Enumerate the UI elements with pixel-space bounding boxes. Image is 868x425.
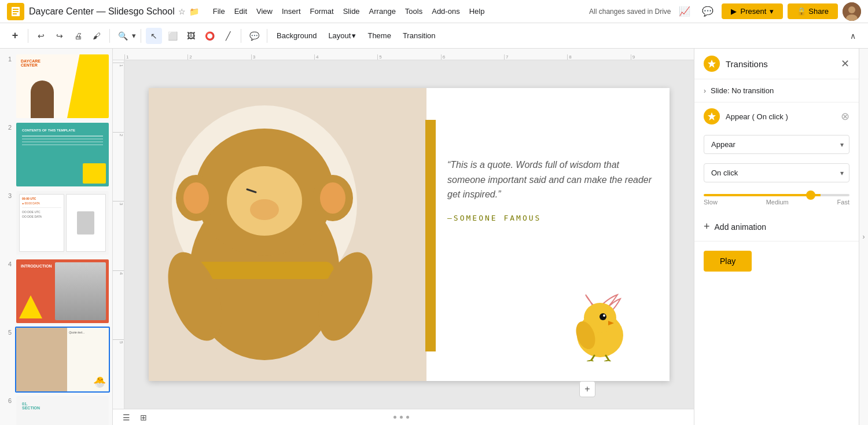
share-label: Share bbox=[808, 7, 829, 16]
slide-item-5[interactable]: 5 Quote text... 🐣 bbox=[2, 327, 110, 393]
svg-line-31 bbox=[605, 360, 609, 361]
menu-help[interactable]: Help bbox=[465, 5, 490, 18]
lock-icon: 🔒 bbox=[797, 7, 806, 16]
menu-arrange[interactable]: Arrange bbox=[365, 5, 400, 18]
menu-insert[interactable]: Insert bbox=[277, 5, 306, 18]
slide-thumb-4[interactable]: INTRODUCTION bbox=[15, 258, 110, 324]
slide-canvas[interactable]: “This is a quote. Words full of wisdom t… bbox=[124, 60, 694, 409]
slide-thumb-6[interactable]: 01.SECTION 👶 bbox=[15, 395, 110, 425]
ruler-horizontal: 1 2 3 4 5 6 7 8 9 bbox=[113, 49, 694, 60]
transitions-panel: Transitions ✕ › Slide: No transition App… bbox=[694, 49, 859, 425]
image-tool[interactable]: 🖼 bbox=[183, 28, 199, 44]
slide-transition-label: Slide: No transition bbox=[711, 86, 774, 95]
sep2 bbox=[109, 29, 110, 43]
slide-transition-row[interactable]: › Slide: No transition bbox=[704, 86, 849, 95]
speed-slider-row bbox=[704, 194, 849, 196]
slide-item-6[interactable]: 6 01.SECTION 👶 bbox=[2, 395, 110, 425]
collapse-toolbar-btn[interactable]: ∧ bbox=[845, 28, 861, 44]
chat-icon[interactable]: 💬 bbox=[698, 2, 717, 21]
menu-file[interactable]: File bbox=[208, 5, 230, 18]
slide-preview-6: 01.SECTION 👶 bbox=[16, 396, 109, 425]
transition-label[interactable]: Transition bbox=[398, 29, 440, 42]
remove-animation-button[interactable]: ⊗ bbox=[841, 110, 849, 123]
slide-num-6: 6 bbox=[2, 397, 12, 404]
slide-content: “This is a quote. Words full of wisdom t… bbox=[149, 88, 670, 381]
toolbar: + ↩ ↪ 🖨 🖌 🔍 ▾ ↖ ⬜ 🖼 ⭕ ╱ 💬 Background Lay… bbox=[0, 23, 868, 49]
folder-icon[interactable]: 📁 bbox=[189, 7, 199, 16]
quote-block: “This is a quote. Words full of wisdom t… bbox=[447, 157, 652, 222]
background-label[interactable]: Background bbox=[272, 29, 321, 42]
slide-num-3: 3 bbox=[2, 192, 12, 199]
quote-author: —SOMEONE FAMOUS bbox=[447, 214, 652, 222]
star-icon[interactable]: ☆ bbox=[178, 7, 186, 16]
undo-button[interactable]: ↩ bbox=[33, 28, 49, 44]
present-icon: ▶ bbox=[731, 7, 737, 16]
add-animation-label: Add animation bbox=[715, 222, 767, 232]
menu-view[interactable]: View bbox=[252, 5, 277, 18]
panel-icon bbox=[704, 56, 720, 72]
slide-item-4[interactable]: 4 INTRODUCTION bbox=[2, 258, 110, 324]
panel-title: Transitions bbox=[726, 59, 841, 69]
top-right: All changes saved in Drive 📈 💬 ▶ Present… bbox=[589, 2, 861, 21]
slide-item-3[interactable]: 3 00:00 UTC ● 00:00 DATA OO DOE UTC OO D… bbox=[2, 190, 110, 256]
on-click-select[interactable]: On click bbox=[704, 163, 849, 182]
animation-labels: Appear ( On click ) bbox=[726, 112, 835, 121]
canvas-bottom-bar: ☰ ⊞ bbox=[113, 409, 694, 425]
add-button[interactable]: + bbox=[7, 28, 23, 44]
present-button[interactable]: ▶ Present ▾ bbox=[722, 3, 783, 19]
appear-select[interactable]: Appear bbox=[704, 135, 849, 154]
sep1 bbox=[28, 29, 28, 43]
slide-item-1[interactable]: 1 DAYCARECENTER bbox=[2, 53, 110, 119]
select-tool[interactable]: ↖ bbox=[146, 28, 162, 44]
slide-item-2[interactable]: 2 CONTENTS OF THIS TEMPLATE bbox=[2, 122, 110, 188]
svg-point-6 bbox=[848, 6, 855, 13]
grid-view-icon[interactable]: ⊞ bbox=[137, 411, 150, 424]
speed-section: Slow Medium Fast bbox=[694, 187, 859, 212]
appear-dropdown-wrapper: Appear bbox=[704, 135, 849, 154]
paint-format-button[interactable]: 🖌 bbox=[89, 28, 105, 44]
slide-preview-2: CONTENTS OF THIS TEMPLATE bbox=[16, 123, 109, 186]
appear-dropdown-row: Appear bbox=[694, 130, 859, 159]
menu-addons[interactable]: Add-ons bbox=[427, 5, 464, 18]
speed-slider[interactable] bbox=[704, 194, 849, 196]
present-dropdown-icon: ▾ bbox=[770, 7, 774, 16]
theme-label[interactable]: Theme bbox=[363, 29, 395, 42]
shape-tool[interactable]: ⭕ bbox=[201, 28, 218, 44]
menu-edit[interactable]: Edit bbox=[230, 5, 252, 18]
share-button[interactable]: 🔒 Share bbox=[788, 3, 838, 19]
slide-thumb-1[interactable]: DAYCARECENTER bbox=[15, 53, 110, 119]
present-label: Present bbox=[740, 7, 766, 16]
expand-chevron-icon: › bbox=[704, 87, 706, 95]
frame-tool[interactable]: ⬜ bbox=[164, 28, 181, 44]
line-tool[interactable]: ╱ bbox=[220, 28, 236, 44]
list-view-icon[interactable]: ☰ bbox=[120, 411, 133, 424]
play-button[interactable]: Play bbox=[704, 251, 752, 272]
activity-icon[interactable]: 📈 bbox=[675, 2, 694, 21]
zoom-button[interactable]: 🔍 bbox=[115, 28, 131, 44]
panel-close-button[interactable]: ✕ bbox=[841, 57, 849, 70]
slide-thumb-3[interactable]: 00:00 UTC ● 00:00 DATA OO DOE UTC OO DOE… bbox=[15, 190, 110, 256]
slide-thumb-5[interactable]: Quote text... 🐣 bbox=[15, 327, 110, 393]
right-expand-handle[interactable]: › bbox=[859, 49, 868, 425]
slide-panel: 1 DAYCARECENTER 2 CONTENTS OF THIS TEMPL… bbox=[0, 49, 113, 425]
slide-num-1: 1 bbox=[2, 56, 12, 63]
sep4 bbox=[241, 29, 241, 43]
zoom-control[interactable]: 🔍 ▾ bbox=[115, 28, 136, 44]
layout-label[interactable]: Layout ▾ bbox=[323, 29, 361, 42]
main-area: 1 DAYCARECENTER 2 CONTENTS OF THIS TEMPL… bbox=[0, 49, 868, 425]
slide-thumb-2[interactable]: CONTENTS OF THIS TEMPLATE bbox=[15, 122, 110, 188]
animation-item: Appear ( On click ) ⊗ bbox=[694, 102, 859, 130]
add-slide-button[interactable]: + bbox=[579, 381, 595, 397]
svg-rect-19 bbox=[195, 262, 334, 279]
slide-preview-3: 00:00 UTC ● 00:00 DATA OO DOE UTC OO DOE… bbox=[16, 191, 109, 255]
menu-slide[interactable]: Slide bbox=[339, 5, 365, 18]
print-button[interactable]: 🖨 bbox=[70, 28, 86, 44]
svg-point-18 bbox=[320, 182, 345, 214]
menu-tools[interactable]: Tools bbox=[400, 5, 427, 18]
redo-button[interactable]: ↪ bbox=[52, 28, 68, 44]
avatar[interactable] bbox=[843, 2, 861, 21]
comment-tool[interactable]: 💬 bbox=[246, 28, 262, 44]
menu-format[interactable]: Format bbox=[306, 5, 339, 18]
add-animation-row[interactable]: + Add animation bbox=[694, 212, 859, 241]
app-icon[interactable] bbox=[7, 3, 24, 20]
